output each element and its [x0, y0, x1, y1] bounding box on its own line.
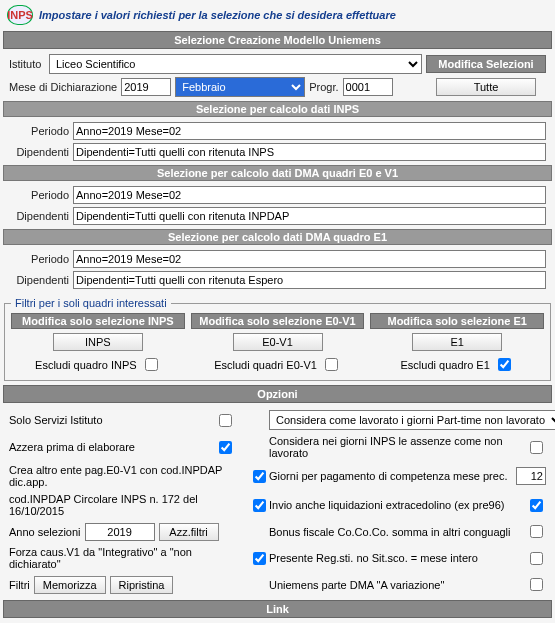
link-title: Link: [3, 600, 552, 618]
anno-selezioni-label: Anno selezioni: [9, 526, 81, 538]
crea-altro-checkbox[interactable]: [253, 470, 266, 483]
solo-servizi-checkbox[interactable]: [219, 414, 232, 427]
main-title: Selezione Creazione Modello Uniemens: [3, 31, 552, 49]
e1-dipendenti-input[interactable]: [73, 271, 546, 289]
istituto-label: Istituto: [9, 58, 45, 70]
ripristina-button[interactable]: Ripristina: [110, 576, 174, 594]
e0v1-periodo-label: Periodo: [9, 189, 69, 201]
e1-button[interactable]: E1: [412, 333, 502, 351]
filter-inps-title: Modifica solo selezione INPS: [11, 313, 185, 329]
e1-periodo-label: Periodo: [9, 253, 69, 265]
e1-section-title: Selezione per calcolo dati DMA quadro E1: [3, 229, 552, 245]
anno-selezioni-input[interactable]: [85, 523, 155, 541]
inps-dipendenti-label: Dipendenti: [9, 146, 69, 158]
azzera-label: Azzera prima di elaborare: [9, 441, 211, 453]
crea-altro-label: Crea altro ente pag.E0-V1 con cod.INPDAP…: [9, 464, 245, 488]
invio-liq-label: Invio anche liquidazioni extracedolino (…: [269, 499, 522, 511]
considera-inps-checkbox[interactable]: [530, 441, 543, 454]
e0v1-button[interactable]: E0-V1: [233, 333, 323, 351]
memorizza-button[interactable]: Memorizza: [34, 576, 106, 594]
invio-liq-checkbox[interactable]: [530, 499, 543, 512]
istituto-select[interactable]: Liceo Scientifico: [49, 54, 422, 74]
mese-select[interactable]: Febbraio: [175, 77, 305, 97]
filter-e0v1-title: Modifica solo selezione E0-V1: [191, 313, 365, 329]
bonus-checkbox[interactable]: [530, 525, 543, 538]
presente-checkbox[interactable]: [530, 552, 543, 565]
top-banner: INPS Impostare i valori richiesti per la…: [3, 3, 552, 27]
giorni-pag-input[interactable]: [516, 467, 546, 485]
giorni-pag-label: Giorni per pagamento di competenza mese …: [269, 470, 512, 482]
cod-inpdap-checkbox[interactable]: [253, 499, 266, 512]
e0v1-section-title: Selezione per calcolo dati DMA quadri E0…: [3, 165, 552, 181]
cod-inpdap-label: cod.INPDAP Circolare INPS n. 172 del 16/…: [9, 493, 245, 517]
considera-inps-label: Considera nei giorni INPS le assenze com…: [269, 435, 522, 459]
exclude-e0v1-label: Escludi quadri E0-V1: [214, 359, 317, 371]
azz-filtri-button[interactable]: Azz.filtri: [159, 523, 219, 541]
filters-fieldset: Filtri per i soli quadri interessati Mod…: [4, 297, 551, 381]
mese-label: Mese di Dichiarazione: [9, 81, 117, 93]
e1-periodo-input[interactable]: [73, 250, 546, 268]
forza-checkbox[interactable]: [253, 552, 266, 565]
exclude-e1-label: Escludi quadro E1: [401, 359, 490, 371]
filters-legend: Filtri per i soli quadri interessati: [11, 297, 171, 309]
inps-dipendenti-input[interactable]: [73, 143, 546, 161]
bonus-label: Bonus fiscale Co.Co.Co. somma in altri c…: [269, 526, 522, 538]
inps-periodo-input[interactable]: [73, 122, 546, 140]
azzera-checkbox[interactable]: [219, 441, 232, 454]
e0v1-dipendenti-label: Dipendenti: [9, 210, 69, 222]
inps-logo-icon: INPS: [7, 5, 33, 25]
uniemens-a-label: Uniemens parte DMA "A variazione": [269, 579, 522, 591]
tutte-button[interactable]: Tutte: [436, 78, 536, 96]
inps-periodo-label: Periodo: [9, 125, 69, 137]
presente-label: Presente Reg.sti. no Sit.sco. = mese int…: [269, 552, 522, 564]
solo-servizi-label: Solo Servizi Istituto: [9, 414, 211, 426]
banner-instruction: Impostare i valori richiesti per la sele…: [39, 9, 396, 21]
exclude-inps-label: Escludi quadro INPS: [35, 359, 137, 371]
exclude-e0v1-checkbox[interactable]: [325, 358, 338, 371]
modifica-selezioni-title: Modifica Selezioni: [426, 55, 546, 73]
filtri-label: Filtri: [9, 579, 30, 591]
inps-button[interactable]: INPS: [53, 333, 143, 351]
exclude-e1-checkbox[interactable]: [498, 358, 511, 371]
anno-input[interactable]: [121, 78, 171, 96]
progr-label: Progr.: [309, 81, 338, 93]
progr-input[interactable]: [343, 78, 393, 96]
forza-label: Forza caus.V1 da "Integrativo" a "non di…: [9, 546, 245, 570]
e0v1-periodo-input[interactable]: [73, 186, 546, 204]
filter-e1-title: Modifica solo selezione E1: [370, 313, 544, 329]
e0v1-dipendenti-input[interactable]: [73, 207, 546, 225]
options-title: Opzioni: [3, 385, 552, 403]
e1-dipendenti-label: Dipendenti: [9, 274, 69, 286]
considera-pt-select[interactable]: Considera come lavorato i giorni Part-ti…: [269, 410, 555, 430]
inps-section-title: Selezione per calcolo dati INPS: [3, 101, 552, 117]
exclude-inps-checkbox[interactable]: [145, 358, 158, 371]
uniemens-a-checkbox[interactable]: [530, 578, 543, 591]
